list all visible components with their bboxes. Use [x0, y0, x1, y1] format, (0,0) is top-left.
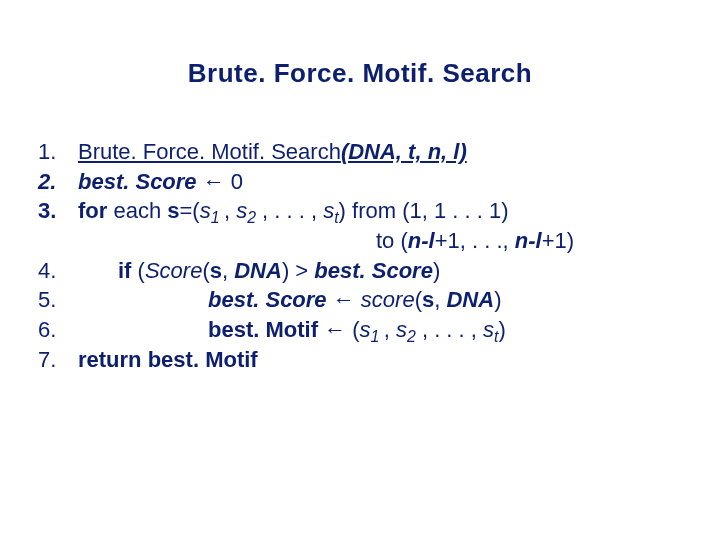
- line-number: 5.: [38, 285, 78, 315]
- comma: ,: [222, 258, 234, 283]
- ret-val: best. Motif: [142, 347, 258, 372]
- line-text: return best. Motif: [78, 345, 690, 375]
- line-number: 6.: [38, 315, 78, 345]
- comma: ,: [434, 287, 446, 312]
- line-text: best. Motif ← (s1 , s2 , . . . , st): [78, 315, 690, 345]
- line-number: 7.: [38, 345, 78, 375]
- line-text: Brute. Force. Motif. Search(DNA, t, n, l…: [78, 137, 690, 167]
- var-s: s: [210, 258, 222, 283]
- paren-close: ): [494, 287, 501, 312]
- fn-score: score: [361, 287, 415, 312]
- var-st: s: [323, 198, 334, 223]
- assign: ←: [327, 287, 361, 312]
- var-dna: DNA: [234, 258, 282, 283]
- word-each: each: [107, 198, 167, 223]
- var-s: s: [167, 198, 179, 223]
- paren-open: (: [415, 287, 422, 312]
- func-name: Brute. Force. Motif. Search: [78, 139, 341, 164]
- sub-2: 2: [407, 329, 416, 346]
- line-3: 3. for each s=(s1 , s2 , . . . , st) fro…: [38, 196, 690, 226]
- kw-if: if: [118, 258, 131, 283]
- assign-zero: ← 0: [197, 169, 243, 194]
- plus1-dots: +1, . . .,: [435, 228, 515, 253]
- sub-2: 2: [247, 210, 256, 227]
- line-number: 4.: [38, 256, 78, 286]
- var-s: s: [422, 287, 434, 312]
- line-4: 4. if (Score(s, DNA) > best. Score): [38, 256, 690, 286]
- fn-score: Score: [145, 258, 202, 283]
- from-tuple: ) from (1, 1 . . . 1): [339, 198, 509, 223]
- var-bestscore: best. Score: [314, 258, 433, 283]
- paren-open2: (: [202, 258, 209, 283]
- paren-close: ): [498, 317, 505, 342]
- func-args: (DNA, t, n, l): [341, 139, 467, 164]
- dots: , . . . ,: [256, 198, 323, 223]
- paren-close: ): [433, 258, 440, 283]
- line-number: 3.: [38, 196, 78, 226]
- sub-1: 1: [211, 210, 224, 227]
- var-s2: s: [236, 198, 247, 223]
- line-3-cont: to (n-l+1, . . ., n-l+1): [38, 226, 690, 256]
- line-7: 7. return best. Motif: [38, 345, 690, 375]
- plus1-close: +1): [542, 228, 574, 253]
- dots: , . . . ,: [416, 317, 483, 342]
- word-to: to (: [376, 228, 408, 253]
- var-s1: s: [200, 198, 211, 223]
- expr-nl: n-l: [408, 228, 435, 253]
- line-text: to (n-l+1, . . ., n-l+1): [78, 226, 690, 256]
- comma: ,: [224, 198, 236, 223]
- slide-title: Brute. Force. Motif. Search: [0, 58, 720, 89]
- line-number: 2.: [38, 167, 78, 197]
- line-number: 1.: [38, 137, 78, 167]
- kw-return: return: [78, 347, 142, 372]
- assign-open: ← (: [318, 317, 360, 342]
- comma: ,: [384, 317, 396, 342]
- var-bestscore: best. Score: [208, 287, 327, 312]
- slide: Brute. Force. Motif. Search 1. Brute. Fo…: [0, 58, 720, 540]
- var-bestscore: best. Score: [78, 169, 197, 194]
- paren-open: (: [131, 258, 144, 283]
- line-2: 2. best. Score ← 0: [38, 167, 690, 197]
- eq-open: =(: [180, 198, 200, 223]
- line-number-empty: [38, 226, 78, 256]
- var-dna: DNA: [446, 287, 494, 312]
- var-s2: s: [396, 317, 407, 342]
- line-text: best. Score ← 0: [78, 167, 690, 197]
- var-bestmotif: best. Motif: [208, 317, 318, 342]
- line-text: best. Score ← score(s, DNA): [78, 285, 690, 315]
- sub-1: 1: [371, 329, 384, 346]
- line-1: 1. Brute. Force. Motif. Search(DNA, t, n…: [38, 137, 690, 167]
- line-5: 5. best. Score ← score(s, DNA): [38, 285, 690, 315]
- slide-body: 1. Brute. Force. Motif. Search(DNA, t, n…: [38, 137, 690, 375]
- line-text: for each s=(s1 , s2 , . . . , st) from (…: [78, 196, 690, 226]
- line-text: if (Score(s, DNA) > best. Score): [78, 256, 690, 286]
- var-s1: s: [360, 317, 371, 342]
- var-st: s: [483, 317, 494, 342]
- expr-nl2: n-l: [515, 228, 542, 253]
- line-6: 6. best. Motif ← (s1 , s2 , . . . , st): [38, 315, 690, 345]
- kw-for: for: [78, 198, 107, 223]
- gt: ) >: [282, 258, 314, 283]
